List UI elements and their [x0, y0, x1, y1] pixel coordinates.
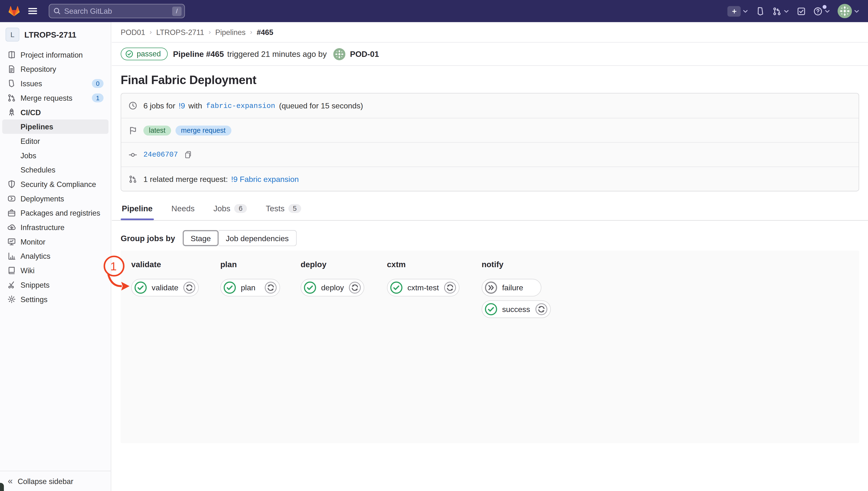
- sidebar-item-schedules[interactable]: Schedules: [2, 163, 109, 177]
- jobs-summary-row: 6 jobs for !9 with fabric-expansion (que…: [121, 93, 859, 118]
- job-deploy[interactable]: deploy: [301, 279, 364, 296]
- job-name: failure: [502, 283, 523, 292]
- sidebar-item-jobs[interactable]: Jobs: [2, 148, 109, 163]
- sidebar-item-issues[interactable]: Issues0: [2, 76, 109, 91]
- sidebar-item-repository[interactable]: Repository: [2, 62, 109, 76]
- sidebar-item-project-information[interactable]: Project information: [2, 48, 109, 62]
- sidebar-item-analytics[interactable]: Analytics: [2, 249, 109, 263]
- breadcrumb-link-pipelines[interactable]: Pipelines: [215, 28, 246, 36]
- sidebar-item-wiki[interactable]: Wiki: [2, 263, 109, 278]
- collapse-chevrons-icon: «: [8, 477, 12, 486]
- flag-icon: [129, 126, 137, 135]
- breadcrumb-current: #465: [256, 28, 273, 36]
- sidebar-item-ci-cd[interactable]: CI/CD: [2, 105, 109, 119]
- stage-jobs: validate: [131, 279, 199, 296]
- sidebar-item-label: Merge requests: [21, 94, 72, 102]
- issues-nav-button[interactable]: [754, 5, 766, 18]
- pipeline-trigger-text: triggered 21 minutes ago by: [227, 49, 327, 58]
- job-validate[interactable]: validate: [131, 279, 199, 296]
- status-badge[interactable]: passed: [121, 48, 168, 60]
- stage-notify: notifyfailuresuccess: [482, 260, 550, 318]
- sidebar-item-monitor[interactable]: Monitor: [2, 234, 109, 249]
- commit-sha-link[interactable]: 24e06707: [143, 150, 178, 158]
- sidebar-item-label: Repository: [21, 65, 56, 73]
- sidebar-item-pipelines[interactable]: Pipelines: [2, 119, 109, 134]
- sidebar-item-label: Issues: [21, 79, 42, 87]
- sidebar-item-merge-requests[interactable]: Merge requests1: [2, 91, 109, 105]
- collapse-sidebar-button[interactable]: « Collapse sidebar: [0, 471, 111, 491]
- job-plan[interactable]: plan: [220, 279, 280, 296]
- related-mr-link[interactable]: !9 Fabric expansion: [231, 174, 299, 183]
- tab-label: Needs: [171, 204, 195, 213]
- global-search[interactable]: /: [49, 4, 185, 18]
- group-by-stage-button[interactable]: Stage: [183, 230, 218, 246]
- breadcrumb-separator-icon: ›: [150, 28, 152, 36]
- breadcrumb-link-pod01[interactable]: POD01: [121, 28, 145, 36]
- retry-job-button[interactable]: [535, 302, 548, 316]
- author-name[interactable]: POD-01: [350, 49, 379, 58]
- chevron-down-icon: [783, 8, 789, 14]
- navbar-right: [726, 2, 861, 20]
- todos-nav-button[interactable]: [795, 5, 807, 18]
- help-nav-button[interactable]: [812, 5, 831, 18]
- author-avatar[interactable]: [333, 48, 346, 60]
- merge-request-icon: [129, 174, 137, 183]
- package-icon: [7, 209, 16, 218]
- sidebar-item-label: Monitor: [21, 237, 45, 246]
- plus-icon: [727, 6, 741, 17]
- jobs-count-text: 6 jobs for: [143, 101, 175, 110]
- breadcrumb-link-ltrops-2711[interactable]: LTROPS-2711: [156, 28, 204, 36]
- stage-validate: validatevalidate: [131, 260, 199, 296]
- tab-tests[interactable]: Tests5: [265, 198, 302, 220]
- menu-hamburger-icon[interactable]: [27, 5, 38, 17]
- sidebar-item-infrastructure[interactable]: Infrastructure: [2, 220, 109, 235]
- pipeline-flags-row: latest merge request: [121, 118, 859, 142]
- sidebar-item-security-compliance[interactable]: Security & Compliance: [2, 177, 109, 192]
- status-success-icon: [134, 281, 147, 294]
- sidebar-item-snippets[interactable]: Snippets: [2, 278, 109, 292]
- chevron-down-icon: [824, 8, 831, 14]
- job-name: plan: [241, 283, 255, 292]
- job-success[interactable]: success: [482, 300, 550, 318]
- new-menu-button[interactable]: [726, 4, 749, 18]
- status-skipped-icon: [484, 281, 498, 294]
- retry-job-button[interactable]: [443, 281, 457, 294]
- tab-count-badge: 5: [288, 204, 301, 213]
- count-badge: 1: [92, 93, 103, 103]
- sidebar-item-editor[interactable]: Editor: [2, 134, 109, 148]
- copy-commit-sha-button[interactable]: [184, 150, 192, 158]
- user-menu-button[interactable]: [836, 2, 861, 20]
- retry-job-button[interactable]: [183, 281, 196, 294]
- sidebar-item-label: CI/CD: [21, 108, 41, 116]
- gitlab-logo-icon[interactable]: [7, 4, 21, 18]
- tab-label: Jobs: [213, 204, 230, 213]
- search-input[interactable]: [64, 7, 169, 15]
- job-cxtm-test[interactable]: cxtm-test: [387, 279, 459, 296]
- job-failure[interactable]: failure: [482, 279, 541, 296]
- sidebar-item-deployments[interactable]: Deployments: [2, 191, 109, 206]
- job-name: cxtm-test: [407, 283, 439, 292]
- tab-jobs[interactable]: Jobs6: [212, 198, 248, 220]
- tab-pipeline[interactable]: Pipeline: [121, 198, 154, 220]
- snippets-icon: [7, 281, 16, 289]
- group-by-job-dependencies-button[interactable]: Job dependencies: [219, 230, 297, 246]
- sidebar-item-settings[interactable]: Settings: [2, 292, 109, 307]
- group-jobs-row: Group jobs by StageJob dependencies: [112, 230, 868, 246]
- branch-ref-link[interactable]: fabric-expansion: [206, 102, 275, 110]
- gitlab-app: /: [0, 0, 868, 491]
- project-context[interactable]: L LTROPS-2711: [0, 22, 111, 45]
- retry-job-button[interactable]: [348, 281, 362, 294]
- pipeline-graph: validatevalidateplanplandeploydeploycxtm…: [121, 251, 859, 443]
- sidebar-item-label: Project information: [21, 51, 83, 59]
- infrastructure-icon: [7, 223, 16, 232]
- retry-job-button[interactable]: [264, 281, 277, 294]
- sidebar-item-label: Jobs: [21, 151, 36, 160]
- merge-requests-nav-button[interactable]: [771, 5, 790, 18]
- tab-needs[interactable]: Needs: [170, 198, 195, 220]
- group-by-segmented-control: StageJob dependencies: [183, 230, 296, 246]
- mr-ref-link[interactable]: !9: [179, 101, 185, 110]
- top-navbar: /: [0, 0, 868, 22]
- pipeline-status-row: passed Pipeline #465 triggered 21 minute…: [112, 42, 868, 66]
- sidebar-item-packages-and-registries[interactable]: Packages and registries: [2, 206, 109, 220]
- job-name: validate: [152, 283, 179, 292]
